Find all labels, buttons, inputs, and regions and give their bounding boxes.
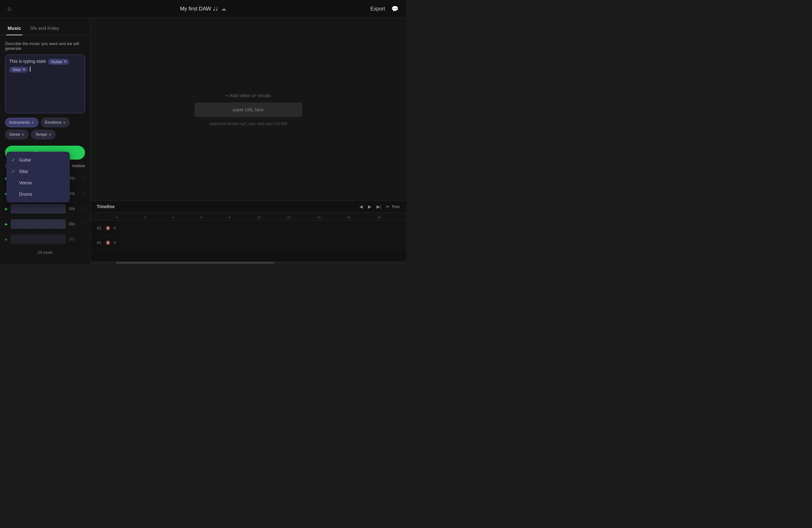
waveform-inner-3 <box>11 219 66 229</box>
filter-emotions[interactable]: Emotions + <box>41 118 70 127</box>
ruler-6: 6 <box>201 216 202 219</box>
filter-emotions-label: Emotions <box>45 120 61 125</box>
right-panel: + Add video or vocals paste URL here sup… <box>90 18 406 264</box>
ruler-18: 18 <box>377 216 381 219</box>
timeline-section: Timeline ◀ ▶ ▶| ✂ Trim 0 2 4 6 <box>90 201 406 264</box>
waveform-inner-2 <box>11 204 66 214</box>
filter-tempo-plus: + <box>48 132 51 137</box>
waveform-inner-4 <box>11 234 66 244</box>
dropdown-item-veena[interactable]: Veena <box>6 177 70 188</box>
timeline-header: Timeline ◀ ▶ ▶| ✂ Trim <box>90 201 406 213</box>
panel-tabs: Music Sfx and Foley <box>0 18 90 35</box>
eq-icon-a1[interactable]: ⚙ <box>113 241 116 245</box>
format-hint: supported format mp3, wav, mp4 upto 100 … <box>209 122 287 126</box>
tag-guitar-remove[interactable]: ✕ <box>64 60 67 64</box>
timeline-back-button[interactable]: ◀ <box>359 204 363 209</box>
tag-guitar-label: Guitar <box>51 59 62 64</box>
text-cursor <box>30 67 30 72</box>
instruments-dropdown: ✓ Guitar ✓ Sitar Veena Drums <box>6 152 70 202</box>
prompt-content: This is typing state Guitar ✕ Sitar ✕ <box>9 59 81 73</box>
timeline-scrollbar[interactable] <box>90 261 406 264</box>
track-item-2[interactable]: ▶ 30s ♡ <box>0 201 90 216</box>
home-icon[interactable]: ⌂ <box>8 5 11 12</box>
heart-icon-3[interactable]: ♡ <box>81 222 85 227</box>
prompt-area[interactable]: This is typing state Guitar ✕ Sitar ✕ <box>5 55 85 113</box>
tab-music[interactable]: Music <box>6 23 23 35</box>
mute-icon-a1[interactable]: 🔇 <box>106 241 111 245</box>
ruler-4: 4 <box>172 216 174 219</box>
timeline-play-button[interactable]: ▶ <box>368 204 372 209</box>
ruler-0: 0 <box>116 216 118 219</box>
ruler-8: 8 <box>229 216 231 219</box>
ruler-2: 2 <box>144 216 146 219</box>
track-a2-area[interactable] <box>119 221 406 235</box>
topbar-center: My first DAW ♩♩ ☁ <box>180 5 226 12</box>
cloud-icon[interactable]: ☁ <box>221 6 226 12</box>
video-upload-area[interactable]: + Add video or vocals paste URL here sup… <box>90 18 406 201</box>
timeline-controls: ◀ ▶ ▶| ✂ Trim <box>359 204 400 209</box>
trim-icon: ✂ <box>386 204 390 209</box>
ruler-14: 14 <box>317 216 321 219</box>
dropdown-label-guitar: Guitar <box>19 157 31 162</box>
track-timeline-label: imeline <box>72 163 85 168</box>
heart-icon-4[interactable]: ♡ <box>81 237 85 242</box>
filter-emotions-plus: + <box>63 120 66 125</box>
dropdown-item-sitar[interactable]: ✓ Sitar <box>6 166 70 177</box>
timeline-forward-button[interactable]: ▶| <box>377 204 381 209</box>
prompt-text: This is typing state <box>9 59 46 64</box>
topbar-right: Export 💬 <box>371 5 398 12</box>
waveform-2 <box>11 204 66 214</box>
tab-sfx[interactable]: Sfx and Foley <box>29 23 61 35</box>
timeline-trim-button[interactable]: ✂ Trim <box>386 204 400 209</box>
check-guitar: ✓ <box>11 158 16 162</box>
heart-icon-0[interactable]: ♡ <box>81 176 85 181</box>
play-icon-4[interactable]: ▶ <box>5 237 8 241</box>
generate-section: Describe the music you want and we will … <box>0 35 90 143</box>
filter-genre[interactable]: Genre + <box>5 130 29 139</box>
filter-genre-plus: + <box>22 132 25 137</box>
track-a2-controls: 🔇 ⚙ <box>103 226 119 230</box>
ruler-12: 12 <box>287 216 291 219</box>
timeline-track-a2: A2 🔇 ⚙ <box>90 221 406 236</box>
dropdown-item-drums[interactable]: Drums <box>6 188 70 200</box>
track-duration-3: 30s <box>69 222 78 226</box>
track-item-4[interactable]: ▶ 30s ♡ <box>0 232 90 247</box>
ruler-10: 10 <box>257 216 260 219</box>
url-input[interactable]: paste URL here <box>194 102 302 117</box>
ruler-marks: 0 2 4 6 8 10 12 14 16 18 <box>116 216 381 219</box>
track-a1-area[interactable] <box>119 236 406 250</box>
play-icon-2[interactable]: ▶ <box>5 207 8 211</box>
mute-icon-a2[interactable]: 🔇 <box>106 226 111 230</box>
project-title: My first DAW ♩♩ <box>180 5 218 12</box>
export-button[interactable]: Export <box>371 6 385 12</box>
add-video-label: + Add video or vocals <box>226 92 271 98</box>
track-duration-2: 30s <box>69 206 78 211</box>
generate-label: Describe the music you want and we will … <box>5 41 85 51</box>
dropdown-label-veena: Veena <box>19 180 32 185</box>
play-icon-3[interactable]: ▶ <box>5 222 8 226</box>
heart-icon-2[interactable]: ♡ <box>81 206 85 211</box>
heart-icon-1[interactable]: ♡ <box>81 191 85 196</box>
ruler-16: 16 <box>347 216 350 219</box>
dropdown-item-guitar[interactable]: ✓ Guitar <box>6 154 70 166</box>
filter-instruments-plus: + <box>31 120 34 125</box>
timeline-ruler: 0 2 4 6 8 10 12 14 16 18 <box>90 213 406 221</box>
more-tracks-button[interactable]: 23 more <box>0 247 90 258</box>
dropdown-label-drums: Drums <box>19 192 32 197</box>
track-a1-controls: 🔇 ⚙ <box>103 241 119 245</box>
dropdown-label-sitar: Sitar <box>19 169 28 174</box>
tag-sitar-remove[interactable]: ✕ <box>23 68 25 72</box>
eq-icon-a2[interactable]: ⚙ <box>113 226 116 230</box>
chat-icon[interactable]: 💬 <box>391 5 398 12</box>
filter-tempo-label: Tempo <box>35 132 47 137</box>
tag-guitar[interactable]: Guitar ✕ <box>48 59 69 65</box>
tag-sitar[interactable]: Sitar ✕ <box>9 67 28 73</box>
trim-label: Trim <box>391 204 400 209</box>
waveform-3 <box>11 219 66 229</box>
timeline-track-a1: A1 🔇 ⚙ <box>90 236 406 250</box>
scrollbar-thumb[interactable] <box>116 262 275 264</box>
track-item-3[interactable]: ▶ 30s ♡ <box>0 216 90 232</box>
filter-instruments[interactable]: Instruments + <box>5 118 38 127</box>
track-a1-label: A1 <box>90 241 103 245</box>
filter-tempo[interactable]: Tempo + <box>31 130 56 139</box>
